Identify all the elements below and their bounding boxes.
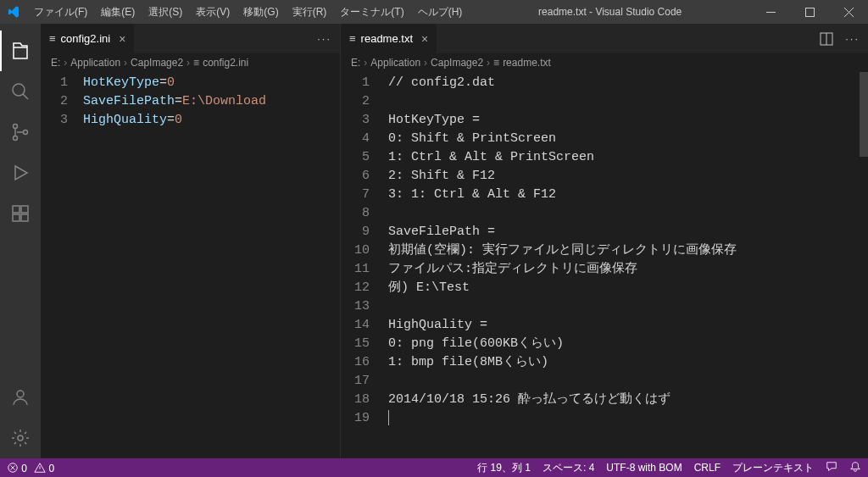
code-line[interactable]: 11ファイルパス:指定ディレクトリに画像保存 [341,260,868,279]
breadcrumb-segment[interactable]: config2.ini [203,57,248,69]
menu-terminal[interactable]: ターミナル(T) [333,2,410,23]
editor-text-left[interactable]: 1HotKeyType=02SaveFilePath=E:\Download3H… [41,72,340,458]
breadcrumb-segment[interactable]: readme.txt [503,57,551,69]
activity-run-debug-icon[interactable] [0,153,41,193]
tab-label: config2.ini [61,32,111,45]
close-icon[interactable]: × [119,32,125,46]
code-line[interactable]: 17 [341,372,868,391]
code-line[interactable]: 73: 1: Ctrl & Alt & F12 [341,186,868,204]
breadcrumb-segment[interactable]: CapImage2 [131,57,183,69]
code-text[interactable]: 2014/10/18 15:26 酔っ払ってるけど動くはず [388,391,670,409]
menu-file[interactable]: ファイル(F) [27,2,94,23]
breadcrumb-segment[interactable]: Application [370,57,420,69]
editor-more-actions-icon[interactable]: ··· [317,32,331,45]
tab-config2-ini[interactable]: ≡ config2.ini × [41,24,135,53]
tab-label: readme.txt [361,32,413,45]
code-line[interactable]: 3HotKeyType = [341,111,868,130]
scrollbar-thumb[interactable] [860,72,868,157]
activity-settings-icon[interactable] [0,418,41,458]
code-text[interactable]: HotKeyType=0 [83,74,175,92]
svg-point-2 [14,125,18,129]
editor-more-actions-icon[interactable]: ··· [845,32,860,46]
code-text[interactable]: 2: Shift & F12 [388,167,495,186]
code-line[interactable]: 13 [341,297,868,316]
status-indentation[interactable]: スペース: 4 [542,461,594,475]
text-cursor [388,410,389,425]
line-number: 8 [341,204,388,223]
breadcrumbs-right[interactable]: E:› Application› CapImage2› ≡ readme.txt [341,53,868,72]
line-number: 4 [341,130,388,148]
code-text[interactable]: SaveFilePath=E:\Download [83,92,266,111]
status-eol[interactable]: CRLF [694,462,721,474]
window-maximize-button[interactable] [790,0,829,24]
code-text[interactable]: // config2.dat [388,74,495,92]
code-line[interactable]: 161: bmp file(8MBくらい) [341,353,868,372]
close-icon[interactable]: × [421,32,428,46]
activity-extensions-icon[interactable] [0,193,41,234]
window-minimize-button[interactable] [751,0,790,24]
code-text[interactable]: 0: Shift & PrintScreen [388,130,556,148]
code-line[interactable]: 51: Ctrl & Alt & PrintScreen [341,148,868,167]
code-text[interactable]: HighQuality = [388,316,487,335]
code-line[interactable]: 40: Shift & PrintScreen [341,130,868,148]
code-line[interactable]: 150: png file(600KBくらい) [341,335,868,353]
line-number: 6 [341,167,388,186]
line-number: 1 [341,74,388,92]
status-line-col[interactable]: 行 19、列 1 [477,461,531,475]
line-number: 18 [341,391,388,409]
line-number: 1 [41,74,83,92]
code-text[interactable]: 0: png file(600KBくらい) [388,335,564,353]
breadcrumb-segment[interactable]: E: [51,57,60,69]
activity-source-control-icon[interactable] [0,112,41,153]
code-text[interactable]: HotKeyType = [388,111,480,130]
code-line[interactable]: 182014/10/18 15:26 酔っ払ってるけど動くはず [341,391,868,409]
code-line[interactable]: 12例) E:\Test [341,279,868,297]
tab-readme-txt[interactable]: ≡ readme.txt × [341,24,437,53]
scrollbar-track[interactable] [860,72,868,458]
code-line[interactable]: 3HighQuality=0 [41,111,340,130]
breadcrumb-segment[interactable]: E: [351,57,360,69]
menu-edit[interactable]: 編集(E) [94,2,142,23]
code-line[interactable]: 8 [341,204,868,223]
status-bell-icon[interactable] [849,461,861,475]
breadcrumbs-left[interactable]: E:› Application› CapImage2› ≡ config2.in… [41,53,340,72]
activity-account-icon[interactable] [0,377,41,418]
menu-go[interactable]: 移動(G) [236,2,285,23]
code-line[interactable]: 9SaveFilePath = [341,223,868,241]
code-text[interactable]: 1: bmp file(8MBくらい) [388,353,548,372]
code-text[interactable]: 例) E:\Test [388,279,470,297]
menu-run[interactable]: 実行(R) [286,2,334,23]
code-line[interactable]: 19 [341,409,868,428]
menu-selection[interactable]: 選択(S) [142,2,189,23]
code-text[interactable]: ファイルパス:指定ディレクトリに画像保存 [388,260,637,279]
menu-view[interactable]: 表示(V) [189,2,236,23]
code-text[interactable]: 1: Ctrl & Alt & PrintScreen [388,148,594,167]
code-line[interactable]: 1HotKeyType=0 [41,74,340,92]
window-close-button[interactable] [829,0,868,24]
code-text[interactable]: 3: 1: Ctrl & Alt & F12 [388,186,556,204]
code-line[interactable]: 14HighQuality = [341,316,868,335]
activity-search-icon[interactable] [0,71,41,112]
editor-group-right: ≡ readme.txt × ··· E:› Application› CapI… [341,24,868,458]
status-language[interactable]: プレーンテキスト [732,461,814,475]
code-line[interactable]: 10初期値(空欄): 実行ファイルと同じディレクトリに画像保存 [341,241,868,260]
code-line[interactable]: 62: Shift & F12 [341,167,868,186]
line-number: 10 [341,241,388,260]
code-line[interactable]: 2SaveFilePath=E:\Download [41,92,340,111]
breadcrumb-segment[interactable]: CapImage2 [431,57,483,69]
code-text[interactable] [388,409,389,428]
status-warnings[interactable]: 0 [34,462,54,474]
code-text[interactable]: 初期値(空欄): 実行ファイルと同じディレクトリに画像保存 [388,241,737,260]
breadcrumb-segment[interactable]: Application [70,57,120,69]
code-line[interactable]: 1// config2.dat [341,74,868,92]
code-text[interactable]: SaveFilePath = [388,223,495,241]
status-encoding[interactable]: UTF-8 with BOM [606,462,682,474]
activity-explorer-icon[interactable] [0,31,41,71]
code-text[interactable]: HighQuality=0 [83,111,182,130]
editor-text-right[interactable]: 1// config2.dat23HotKeyType =40: Shift &… [341,72,868,458]
status-feedback-icon[interactable] [826,461,837,475]
code-line[interactable]: 2 [341,92,868,111]
menu-help[interactable]: ヘルプ(H) [411,2,470,23]
split-editor-icon[interactable] [820,32,833,46]
status-errors[interactable]: 0 [7,462,27,474]
